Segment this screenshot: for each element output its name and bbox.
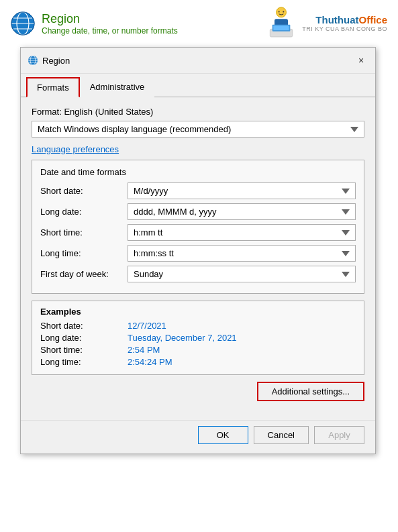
header-title: Region [42,12,264,26]
short-date-select[interactable]: M/d/yyyy [128,182,356,199]
dialog-title: Region [42,56,354,66]
example-short-date: Short date: 12/7/2021 [40,321,356,331]
example-short-time-value: 2:54 PM [128,345,160,355]
header-banner: Region Change date, time, or number form… [0,0,398,47]
logo-sub-text: TRI KY CUA BAN CONG BO [302,25,387,32]
svg-rect-12 [273,25,289,30]
cancel-button[interactable]: Cancel [254,426,309,444]
long-date-row: Long date: dddd, MMMM d, yyyy [40,203,356,220]
lang-pref-link[interactable]: Language preferences [32,138,364,160]
short-date-row: Short date: M/d/yyyy [40,182,356,199]
short-date-select-wrap: M/d/yyyy [128,182,356,199]
region-dialog: Region × Formats Administrative Format: … [20,47,376,454]
example-short-time: Short time: 2:54 PM [40,345,356,355]
long-time-select-wrap: h:mm:ss tt [128,245,356,262]
tab-formats[interactable]: Formats [26,77,80,97]
logo-main-text: ThuthuatOffice [302,15,387,26]
example-short-time-key: Short time: [40,345,128,355]
long-time-select[interactable]: h:mm:ss tt [128,245,356,262]
format-dropdown[interactable]: Match Windows display language (recommen… [32,121,364,138]
datetime-formats-section: Date and time formats Short date: M/d/yy… [32,160,364,294]
examples-title: Examples [40,307,356,317]
example-long-time-key: Long time: [40,357,128,367]
logo-blue-text: Thuthuat [315,14,358,25]
tabs-row: Formats Administrative [21,76,375,97]
first-day-label: First day of week: [40,269,128,279]
dialog-close-button[interactable]: × [354,53,368,68]
example-long-date-value: Tuesday, December 7, 2021 [128,333,237,343]
logo-orange-text: Office [358,14,387,25]
short-date-label: Short date: [40,186,128,196]
svg-point-6 [277,7,287,17]
apply-button[interactable]: Apply [314,426,364,444]
additional-settings-row: Additional settings... [32,382,364,401]
short-time-label: Short time: [40,227,128,237]
example-long-date-key: Long date: [40,333,128,343]
thuthuat-logo: ThuthuatOffice TRI KY CUA BAN CONG BO [264,7,387,40]
header-text-group: Region Change date, time, or number form… [42,12,264,36]
long-time-label: Long time: [40,248,128,258]
logo-text: ThuthuatOffice TRI KY CUA BAN CONG BO [302,15,387,33]
header-subtitle: Change date, time, or number formats [42,26,264,36]
additional-settings-button[interactable]: Additional settings... [257,382,364,401]
long-date-select-wrap: dddd, MMMM d, yyyy [128,203,356,220]
short-time-row: Short time: h:mm tt [40,224,356,241]
example-short-date-value: 12/7/2021 [128,321,166,331]
svg-point-8 [283,11,284,13]
logo-person-icon [264,7,298,40]
short-time-select[interactable]: h:mm tt [128,224,356,241]
first-day-row: First day of week: Sunday [40,266,356,282]
first-day-select[interactable]: Sunday [128,266,356,282]
long-date-label: Long date: [40,207,128,217]
example-short-date-key: Short date: [40,321,128,331]
dialog-globe-icon [28,55,38,66]
datetime-section-title: Date and time formats [40,167,356,177]
example-long-date: Long date: Tuesday, December 7, 2021 [40,333,356,343]
first-day-select-wrap: Sunday [128,266,356,282]
ok-button[interactable]: OK [198,426,248,444]
format-label-text: Format: English (United States) [32,107,153,117]
example-long-time: Long time: 2:54:24 PM [40,357,356,367]
svg-point-7 [279,11,280,13]
short-time-select-wrap: h:mm tt [128,224,356,241]
dialog-titlebar: Region × [21,48,375,74]
lang-pref-anchor[interactable]: Language preferences [32,144,119,154]
tab-administrative[interactable]: Administrative [80,77,155,97]
globe-icon [11,11,35,36]
long-date-select[interactable]: dddd, MMMM d, yyyy [128,203,356,220]
dialog-body: Format: English (United States) Match Wi… [21,97,375,420]
examples-section: Examples Short date: 12/7/2021 Long date… [32,301,364,375]
example-long-time-value: 2:54:24 PM [128,357,172,367]
format-label: Format: English (United States) [32,107,364,117]
long-time-row: Long time: h:mm:ss tt [40,245,356,262]
dialog-footer: OK Cancel Apply [21,420,375,454]
